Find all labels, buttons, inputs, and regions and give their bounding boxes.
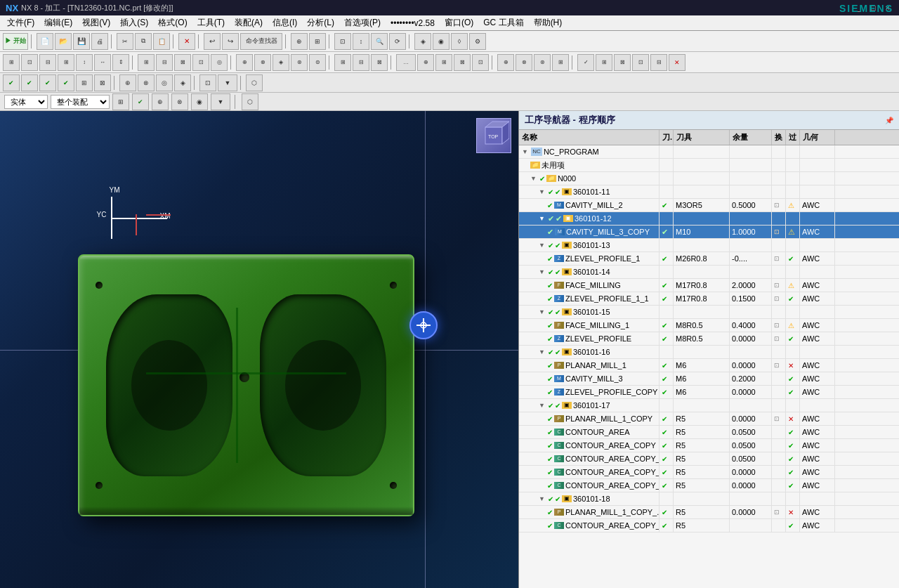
tb2-28[interactable]: ⊛ (534, 54, 551, 71)
grp18-expand[interactable]: ▼ (539, 495, 545, 502)
row-360101-11[interactable]: ▼ ✔ ✔ ▣ 360101-11 (519, 185, 899, 199)
tb2-9[interactable]: ⊟ (156, 54, 173, 71)
row-zlevel-profile-1[interactable]: ✔ Z ZLEVEL_PROFILE_1 ✔ M26R0.8 -0.... ⊡ … (519, 252, 899, 266)
orientation-cube[interactable]: TOP (476, 118, 511, 153)
row-contour-area-copy-2[interactable]: ✔ C CONTOUR_AREA_COPY_... ✔ R5 0.0000 ✔ … (519, 466, 899, 479)
row-zlevel-profile-copy[interactable]: ✔ Z ZLEVEL_PROFILE_COPY ✔ M6 0.0000 ✔ AW… (519, 386, 899, 399)
menu-info[interactable]: 信息(I) (268, 15, 301, 30)
menu-view[interactable]: 视图(V) (78, 15, 114, 30)
menu-gc[interactable]: GC 工具箱 (479, 15, 527, 30)
tb2-17[interactable]: ⊜ (309, 54, 326, 71)
tree-table[interactable]: 名称 刀. 刀具 余量 换 过 几何 ▼ NC NC_PROGRAM (519, 130, 899, 588)
tb-redo-btn[interactable]: ↪ (222, 33, 239, 50)
tb2-29[interactable]: ⊞ (552, 54, 569, 71)
tb-zoom-btn[interactable]: 🔍 (371, 33, 388, 50)
tb2-7[interactable]: ⇕ (112, 54, 129, 71)
tb-snap-btn[interactable]: ⊕ (291, 33, 308, 50)
menu-insert[interactable]: 插入(S) (116, 15, 152, 30)
filter-dropdown[interactable]: 实体 (4, 95, 48, 109)
grp17-expand[interactable]: ▼ (539, 402, 545, 409)
row-contour-area-copy[interactable]: ✔ C CONTOUR_AREA_COPY ✔ R5 0.0500 ✔ AWC (519, 439, 899, 452)
tb2-25[interactable]: ⊡ (472, 54, 489, 71)
row-cavity-mill-3-copy[interactable]: ✔ M CAVITY_MILL_3_COPY ✔ M10 1.0000 ⊡ ⚠ … (519, 226, 899, 239)
tb3-8[interactable]: ⊗ (138, 74, 155, 91)
sel-btn7[interactable]: ⬡ (242, 93, 258, 110)
tb2-close[interactable]: ✕ (669, 54, 685, 71)
menu-plugins[interactable]: ••••••••v2.58 (386, 17, 439, 30)
menu-help[interactable]: 帮助(H) (530, 15, 567, 30)
row-planar-mill-1[interactable]: ✔ P PLANAR_MILL_1 ✔ M6 0.0000 ⊡ ✕ AWC (519, 359, 899, 372)
tb2-6[interactable]: ↔ (94, 54, 111, 71)
tb-render2-btn[interactable]: ◉ (433, 33, 450, 50)
tb2-3[interactable]: ⊟ (39, 54, 56, 71)
tb2-20[interactable]: ⊠ (371, 54, 388, 71)
scope-dropdown[interactable]: 整个装配 (51, 95, 110, 109)
tb3-5[interactable]: ⊞ (76, 74, 93, 91)
tb2-31[interactable]: ⊞ (596, 54, 612, 71)
menu-prefs[interactable]: 首选项(P) (340, 15, 385, 30)
row-contour-area-copy-18[interactable]: ✔ C CONTOUR_AREA_COPY_... ✔ R5 ✔ AWC (519, 519, 899, 533)
tb3-3[interactable]: ✔ (39, 74, 56, 91)
tb3-12[interactable]: ▼ (218, 74, 237, 91)
tb2-13[interactable]: ⊕ (236, 54, 253, 71)
tb2-27[interactable]: ⊗ (516, 54, 532, 71)
tb2-5[interactable]: ↕ (76, 54, 93, 71)
row-cavity-mill-2[interactable]: ✔ M CAVITY_MILL_2 ✔ M3OR5 0.5000 ⊡ ⚠ AWC (519, 199, 899, 212)
row-360101-12[interactable]: ▼ ✔ ✔ ▣ 360101-12 (519, 212, 899, 226)
sel-btn4[interactable]: ⊗ (171, 93, 188, 110)
row-planar-mill-1-copy[interactable]: ✔ P PLANAR_MILL_1_COPY ✔ R5 0.0000 ⊡ ✕ A… (519, 412, 899, 426)
tb-undo-btn[interactable]: ↩ (204, 33, 221, 50)
tb2-32[interactable]: ⊠ (614, 54, 631, 71)
row-contour-area-copy-3[interactable]: ✔ C CONTOUR_AREA_COPY_... ✔ R5 0.0000 ✔ … (519, 479, 899, 492)
sel-btn2[interactable]: ✔ (132, 93, 149, 110)
row-face-milling[interactable]: ✔ F FACE_MILLING ✔ M17R0.8 2.0000 ⊡ ⚠ AW… (519, 279, 899, 292)
tb-paste-btn[interactable]: 📋 (153, 33, 170, 50)
grp16-expand[interactable]: ▼ (539, 348, 545, 355)
tb-settings-btn[interactable]: ⚙ (469, 33, 486, 50)
tb-start-btn[interactable]: ▶ 开始 (3, 33, 28, 50)
row-360101-13[interactable]: ▼ ✔ ✔ ▣ 360101-13 (519, 239, 899, 252)
grp15-expand[interactable]: ▼ (539, 308, 545, 315)
tb3-9[interactable]: ◎ (156, 74, 173, 91)
tb2-16[interactable]: ⊛ (291, 54, 308, 71)
tb3-cube[interactable]: ⬡ (246, 74, 263, 91)
expand-icon[interactable]: ▼ (522, 148, 528, 155)
row-zlevel-profile-1-1[interactable]: ✔ Z ZLEVEL_PROFILE_1_1 ✔ M17R0.8 0.1500 … (519, 292, 899, 306)
tb2-4[interactable]: ⊞ (58, 54, 74, 71)
row-face-milling-1[interactable]: ✔ F FACE_MILLING_1 ✔ M8R0.5 0.4000 ⊡ ⚠ A… (519, 319, 899, 332)
menu-analysis[interactable]: 分析(L) (303, 15, 339, 30)
tb2-22[interactable]: ⊕ (417, 54, 434, 71)
tb2-19[interactable]: ⊟ (353, 54, 369, 71)
tb2-12[interactable]: ◎ (211, 54, 228, 71)
menu-tools[interactable]: 工具(T) (193, 15, 229, 30)
tb2-2[interactable]: ⊡ (21, 54, 38, 71)
tb2-24[interactable]: ⊠ (454, 54, 471, 71)
menu-file[interactable]: 文件(F) (3, 15, 39, 30)
tb2-11[interactable]: ⊡ (192, 54, 209, 71)
tb3-6[interactable]: ⊠ (94, 74, 111, 91)
row-360101-16[interactable]: ▼ ✔ ✔ ▣ 360101-16 (519, 346, 899, 359)
sel-btn6[interactable]: ▼ (211, 93, 230, 110)
row-360101-14[interactable]: ▼ ✔ ✔ ▣ 360101-14 (519, 266, 899, 279)
sel-btn5[interactable]: ◉ (191, 93, 208, 110)
menu-format[interactable]: 格式(O) (154, 15, 191, 30)
row-planar-mill-1-copy-18[interactable]: ✔ P PLANAR_MILL_1_COPY_... ✔ R5 0.0000 ⊡… (519, 506, 899, 519)
sel-btn3[interactable]: ⊕ (152, 93, 169, 110)
tb2-10[interactable]: ⊠ (174, 54, 191, 71)
row-n000[interactable]: ▼ ✔ 📁 N000 (519, 172, 899, 185)
tb-move-btn[interactable]: ↕ (353, 33, 369, 50)
row-unused[interactable]: 📁 未用项 (519, 159, 899, 172)
row-contour-area[interactable]: ✔ C CONTOUR_AREA ✔ R5 0.0500 ✔ AWC (519, 426, 899, 439)
tb-delete-btn[interactable]: ✕ (178, 33, 195, 50)
tb-render3-btn[interactable]: ◊ (451, 33, 468, 50)
tb2-23[interactable]: ⊞ (435, 54, 452, 71)
tb3-11[interactable]: ⊡ (199, 74, 216, 91)
viewport[interactable]: YM YC XM (0, 111, 518, 588)
tb-print-btn[interactable]: 🖨 (91, 33, 108, 50)
grp12-expand[interactable]: ▼ (539, 215, 545, 222)
tb2-21[interactable]: … (396, 54, 416, 71)
tb-copy-btn[interactable]: ⧉ (135, 33, 152, 50)
menu-window[interactable]: 窗口(O) (440, 15, 478, 30)
tb2-26[interactable]: ⊕ (497, 54, 514, 71)
tb2-34[interactable]: ⊟ (650, 54, 667, 71)
